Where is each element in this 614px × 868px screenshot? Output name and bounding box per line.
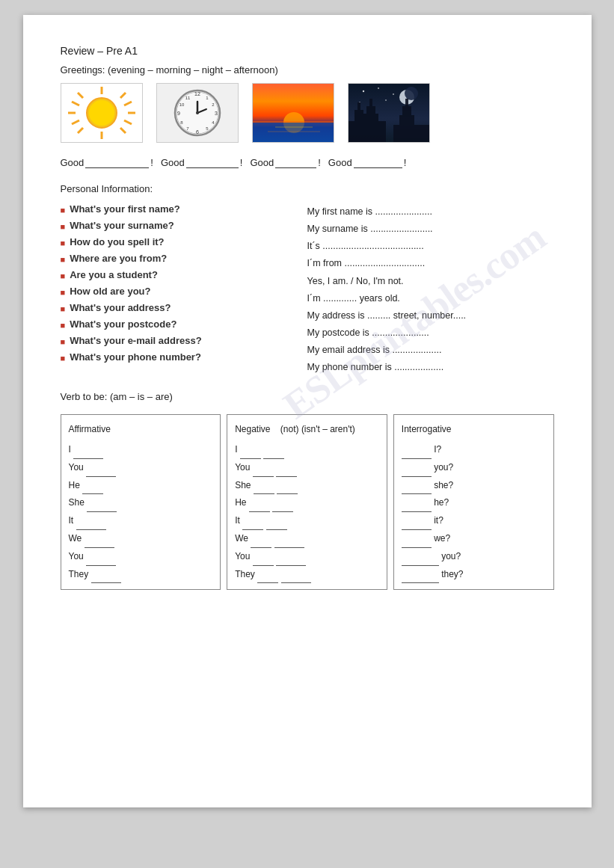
question-text-1: What's your first name? [70,203,180,215]
images-row: 12 3 6 9 1 2 4 5 7 8 10 11 [61,83,554,143]
int-row-2: you? [402,459,546,477]
neg-blank-5a [242,512,263,530]
svg-text:6: 6 [196,129,199,135]
svg-text:9: 9 [177,111,180,116]
neg-row-1: I [235,441,379,459]
aff-row-4: She [69,494,213,512]
question-text-4: Where are you from? [70,253,167,264]
int-blank-5 [402,512,432,530]
svg-line-9 [124,120,132,124]
int-blank-6 [402,530,432,548]
neg-blank-7b [276,548,306,566]
aff-row-8: They [69,566,213,584]
svg-line-8 [72,102,79,105]
neg-blank-5b [266,512,287,530]
svg-line-6 [120,93,126,98]
aff-row-6: We [69,530,213,548]
interrogative-header: Interrogative [402,421,546,438]
neg-blank-6a [251,530,271,548]
interrogative-table: Interrogative I? you? she? he? it? we? y… [393,414,554,590]
personal-info-section: ■ What's your first name? ■ What's your … [61,203,554,376]
good-blank-3 [275,156,316,168]
int-row-3: she? [402,477,546,495]
bullet-5: ■ [61,271,66,280]
question-text-3: How do you spell it? [70,236,164,247]
aff-row-1: I [69,441,213,459]
good-exclaim-2: ! [240,157,243,168]
neg-blank-6b [274,530,304,548]
good-item-1: Good ! [61,156,153,168]
neg-blank-4b [272,494,293,512]
good-exclaim-3: ! [318,157,321,168]
aff-blank-3 [82,477,103,495]
aff-blank-2 [86,459,116,477]
svg-point-13 [89,100,114,126]
greetings-label: Greetings: (evening – morning – night – … [61,64,554,76]
answer-6: I´m ............. years old. [307,290,554,307]
question-10: ■ What's your phone number? [61,351,285,363]
neg-blank-4a [249,494,270,512]
int-row-1: I? [402,441,546,459]
question-text-6: How old are you? [70,286,150,297]
question-5: ■ Are you a student? [61,269,285,280]
bullet-1: ■ [61,206,66,215]
aff-blank-7 [86,548,116,566]
question-4: ■ Where are you from? [61,253,285,264]
affirmative-header: Affirmative [69,421,213,438]
good-item-3: Good ! [250,156,320,168]
question-7: ■ What's your address? [61,302,285,313]
aff-blank-8 [91,566,121,584]
aff-blank-5 [76,512,106,530]
answer-8: My postcode is ...................... [307,324,554,342]
aff-row-3: He [69,477,213,495]
svg-rect-32 [253,121,334,123]
svg-rect-33 [253,123,334,143]
bullet-8: ■ [61,321,66,330]
neg-row-2: You [235,459,379,477]
bullet-7: ■ [61,304,66,313]
answer-7: My address is ......... street, number..… [307,307,554,324]
neg-blank-1b [263,441,284,459]
int-blank-4 [402,494,432,512]
question-8: ■ What's your postcode? [61,318,285,330]
good-item-4: Good ! [328,156,406,168]
bullet-3: ■ [61,238,66,247]
verb-tables: Affirmative I You He She It We You They … [61,414,554,590]
int-blank-2 [402,459,432,477]
page-title: Review – Pre A1 [61,45,554,57]
aff-row-7: You [69,548,213,566]
bullet-6: ■ [61,288,66,297]
good-label-4: Good [328,157,352,168]
svg-point-30 [196,111,199,114]
svg-line-7 [78,128,83,133]
svg-point-42 [385,99,387,101]
personal-info-label: Personal Information: [61,183,554,194]
svg-point-39 [378,87,379,89]
neg-row-6: We [235,530,379,548]
bullet-2: ■ [61,222,66,231]
bullet-10: ■ [61,354,66,363]
svg-line-5 [120,128,126,133]
int-blank-3 [402,477,432,495]
svg-point-38 [362,90,363,92]
good-item-2: Good ! [161,156,242,168]
int-blank-8 [402,566,439,584]
neg-blank-2b [276,459,297,477]
clock-image: 12 3 6 9 1 2 4 5 7 8 10 11 [156,83,239,143]
neg-blank-7a [253,548,274,566]
neg-row-7: You [235,548,379,566]
int-blank-7 [402,548,439,566]
good-label-1: Good [61,157,85,168]
good-blank-1 [85,156,149,168]
question-1: ■ What's your first name? [61,203,285,215]
verb-label: Verb to be: (am – is – are) [61,391,554,402]
svg-line-4 [78,93,83,98]
question-2: ■ What's your surname? [61,220,285,231]
neg-blank-3b [277,477,298,495]
negative-table: Negative (not) (isn't – aren't) I You Sh… [227,414,387,590]
answer-10: My phone number is ................... [307,359,554,376]
svg-marker-43 [349,99,386,143]
int-row-8: they? [402,566,546,584]
question-text-9: What's your e-mail address? [70,335,201,346]
neg-blank-8a [257,566,278,584]
